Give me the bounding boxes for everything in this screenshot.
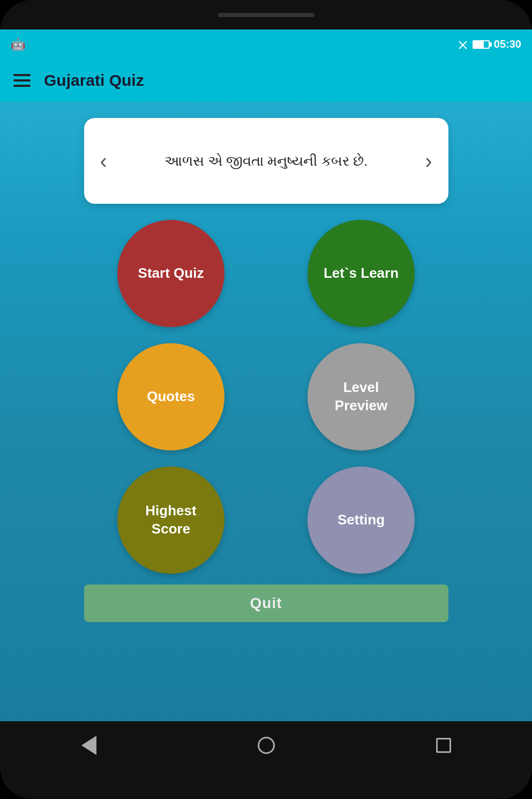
hamburger-line-2 [13, 79, 31, 82]
prev-arrow[interactable]: ‹ [95, 149, 113, 173]
quote-card: ‹ આળસ એ જીવતા મનુષ્યની કબર છે. › [84, 118, 448, 204]
battery-fill [474, 41, 484, 48]
bottom-nav [0, 721, 532, 770]
lets-learn-button[interactable]: Let`s Learn [308, 220, 415, 327]
back-nav-icon [81, 736, 96, 755]
speaker-grill [218, 13, 314, 17]
app-bar: Gujarati Quiz [0, 59, 532, 102]
signal-off-icon [458, 39, 468, 50]
phone-screen: 🤖 05:30 Gujarati Quiz ‹ [0, 29, 532, 721]
start-quiz-button[interactable]: Start Quiz [117, 220, 224, 327]
hamburger-icon[interactable] [13, 74, 31, 87]
phone-top-bar [0, 0, 532, 29]
app-title: Gujarati Quiz [44, 71, 144, 90]
status-right: 05:30 [458, 38, 521, 50]
quote-text: આળસ એ જીવતા મનુષ્યની કબર છે. [113, 151, 419, 172]
time-display: 05:30 [494, 38, 521, 50]
recents-nav-icon [436, 738, 451, 753]
phone-bottom-bar [0, 770, 532, 799]
home-nav-icon [258, 737, 275, 754]
main-content: ‹ આળસ એ જીવતા મનુષ્યની કબર છે. › Start Q… [0, 102, 532, 721]
hamburger-line-1 [13, 74, 31, 76]
quit-button[interactable]: Quit [84, 585, 448, 622]
recents-nav-button[interactable] [430, 732, 457, 759]
highest-score-button[interactable]: HighestScore [117, 467, 224, 574]
quotes-button[interactable]: Quotes [117, 343, 224, 450]
status-left: 🤖 [11, 38, 25, 51]
hamburger-line-3 [13, 85, 31, 87]
level-preview-button[interactable]: LevelPreview [308, 343, 415, 450]
android-icon: 🤖 [11, 38, 25, 51]
next-arrow[interactable]: › [419, 149, 437, 173]
status-bar: 🤖 05:30 [0, 29, 532, 59]
buttons-grid: Start Quiz Let`s Learn Quotes LevelPrevi… [84, 220, 448, 574]
home-nav-button[interactable] [253, 732, 280, 759]
back-nav-button[interactable] [76, 732, 102, 759]
phone-frame: 🤖 05:30 Gujarati Quiz ‹ [0, 0, 532, 799]
battery-icon [473, 40, 490, 49]
setting-button[interactable]: Setting [308, 467, 415, 574]
